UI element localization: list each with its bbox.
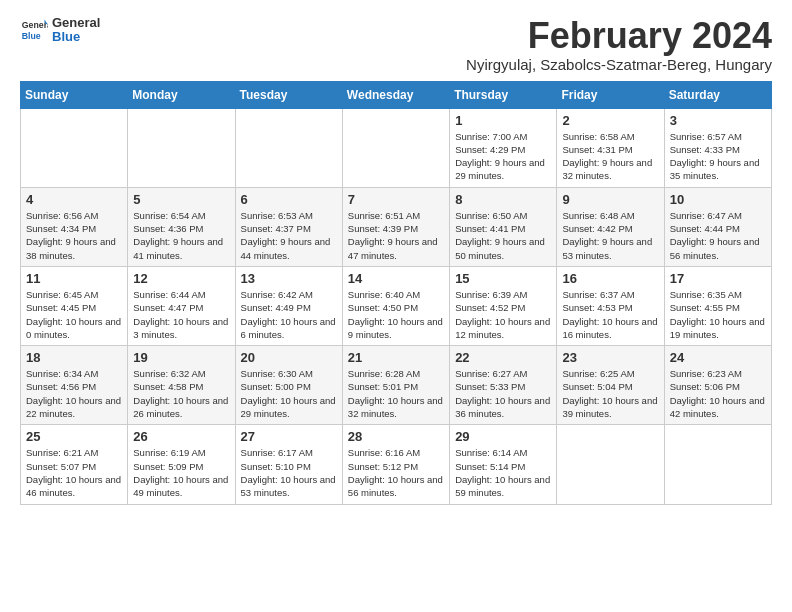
calendar-cell — [21, 108, 128, 187]
day-number: 26 — [133, 429, 229, 444]
calendar-cell: 13Sunrise: 6:42 AM Sunset: 4:49 PM Dayli… — [235, 266, 342, 345]
calendar-cell: 23Sunrise: 6:25 AM Sunset: 5:04 PM Dayli… — [557, 346, 664, 425]
day-info: Sunrise: 6:48 AM Sunset: 4:42 PM Dayligh… — [562, 209, 658, 262]
day-number: 19 — [133, 350, 229, 365]
day-number: 5 — [133, 192, 229, 207]
day-info: Sunrise: 6:51 AM Sunset: 4:39 PM Dayligh… — [348, 209, 444, 262]
calendar-cell: 1Sunrise: 7:00 AM Sunset: 4:29 PM Daylig… — [450, 108, 557, 187]
day-number: 16 — [562, 271, 658, 286]
calendar-cell: 5Sunrise: 6:54 AM Sunset: 4:36 PM Daylig… — [128, 187, 235, 266]
day-number: 7 — [348, 192, 444, 207]
day-info: Sunrise: 6:58 AM Sunset: 4:31 PM Dayligh… — [562, 130, 658, 183]
day-info: Sunrise: 6:50 AM Sunset: 4:41 PM Dayligh… — [455, 209, 551, 262]
day-info: Sunrise: 6:39 AM Sunset: 4:52 PM Dayligh… — [455, 288, 551, 341]
calendar-week-2: 4Sunrise: 6:56 AM Sunset: 4:34 PM Daylig… — [21, 187, 772, 266]
col-saturday: Saturday — [664, 81, 771, 108]
day-number: 10 — [670, 192, 766, 207]
page-header: General Blue General Blue February 2024 … — [20, 16, 772, 73]
col-wednesday: Wednesday — [342, 81, 449, 108]
calendar-cell: 25Sunrise: 6:21 AM Sunset: 5:07 PM Dayli… — [21, 425, 128, 504]
calendar-cell: 6Sunrise: 6:53 AM Sunset: 4:37 PM Daylig… — [235, 187, 342, 266]
day-info: Sunrise: 6:21 AM Sunset: 5:07 PM Dayligh… — [26, 446, 122, 499]
day-info: Sunrise: 6:54 AM Sunset: 4:36 PM Dayligh… — [133, 209, 229, 262]
day-info: Sunrise: 6:57 AM Sunset: 4:33 PM Dayligh… — [670, 130, 766, 183]
logo: General Blue General Blue — [20, 16, 100, 45]
day-info: Sunrise: 6:42 AM Sunset: 4:49 PM Dayligh… — [241, 288, 337, 341]
calendar-cell: 3Sunrise: 6:57 AM Sunset: 4:33 PM Daylig… — [664, 108, 771, 187]
day-number: 27 — [241, 429, 337, 444]
calendar-cell — [342, 108, 449, 187]
calendar-cell: 22Sunrise: 6:27 AM Sunset: 5:33 PM Dayli… — [450, 346, 557, 425]
day-number: 13 — [241, 271, 337, 286]
day-number: 4 — [26, 192, 122, 207]
calendar-cell: 12Sunrise: 6:44 AM Sunset: 4:47 PM Dayli… — [128, 266, 235, 345]
logo-icon: General Blue — [20, 16, 48, 44]
calendar-cell: 14Sunrise: 6:40 AM Sunset: 4:50 PM Dayli… — [342, 266, 449, 345]
calendar-cell: 28Sunrise: 6:16 AM Sunset: 5:12 PM Dayli… — [342, 425, 449, 504]
calendar-cell: 2Sunrise: 6:58 AM Sunset: 4:31 PM Daylig… — [557, 108, 664, 187]
calendar-cell: 26Sunrise: 6:19 AM Sunset: 5:09 PM Dayli… — [128, 425, 235, 504]
day-number: 23 — [562, 350, 658, 365]
day-number: 3 — [670, 113, 766, 128]
day-info: Sunrise: 6:17 AM Sunset: 5:10 PM Dayligh… — [241, 446, 337, 499]
month-title: February 2024 — [466, 16, 772, 56]
logo-blue: Blue — [52, 30, 100, 44]
calendar-cell: 27Sunrise: 6:17 AM Sunset: 5:10 PM Dayli… — [235, 425, 342, 504]
calendar-cell: 10Sunrise: 6:47 AM Sunset: 4:44 PM Dayli… — [664, 187, 771, 266]
calendar-cell: 16Sunrise: 6:37 AM Sunset: 4:53 PM Dayli… — [557, 266, 664, 345]
day-number: 15 — [455, 271, 551, 286]
calendar-cell: 21Sunrise: 6:28 AM Sunset: 5:01 PM Dayli… — [342, 346, 449, 425]
calendar-cell: 9Sunrise: 6:48 AM Sunset: 4:42 PM Daylig… — [557, 187, 664, 266]
day-info: Sunrise: 6:16 AM Sunset: 5:12 PM Dayligh… — [348, 446, 444, 499]
logo-text: General Blue — [52, 16, 100, 45]
day-info: Sunrise: 6:28 AM Sunset: 5:01 PM Dayligh… — [348, 367, 444, 420]
day-number: 21 — [348, 350, 444, 365]
calendar-cell: 15Sunrise: 6:39 AM Sunset: 4:52 PM Dayli… — [450, 266, 557, 345]
day-number: 6 — [241, 192, 337, 207]
calendar-cell: 8Sunrise: 6:50 AM Sunset: 4:41 PM Daylig… — [450, 187, 557, 266]
day-info: Sunrise: 6:14 AM Sunset: 5:14 PM Dayligh… — [455, 446, 551, 499]
calendar-cell: 17Sunrise: 6:35 AM Sunset: 4:55 PM Dayli… — [664, 266, 771, 345]
location-subtitle: Nyirgyulaj, Szabolcs-Szatmar-Bereg, Hung… — [466, 56, 772, 73]
calendar-cell — [235, 108, 342, 187]
calendar-cell: 20Sunrise: 6:30 AM Sunset: 5:00 PM Dayli… — [235, 346, 342, 425]
calendar-cell: 11Sunrise: 6:45 AM Sunset: 4:45 PM Dayli… — [21, 266, 128, 345]
day-number: 1 — [455, 113, 551, 128]
day-info: Sunrise: 6:19 AM Sunset: 5:09 PM Dayligh… — [133, 446, 229, 499]
day-number: 12 — [133, 271, 229, 286]
day-number: 8 — [455, 192, 551, 207]
day-info: Sunrise: 6:23 AM Sunset: 5:06 PM Dayligh… — [670, 367, 766, 420]
day-number: 28 — [348, 429, 444, 444]
svg-text:Blue: Blue — [22, 31, 41, 41]
col-tuesday: Tuesday — [235, 81, 342, 108]
day-number: 20 — [241, 350, 337, 365]
day-info: Sunrise: 6:32 AM Sunset: 4:58 PM Dayligh… — [133, 367, 229, 420]
title-block: February 2024 Nyirgyulaj, Szabolcs-Szatm… — [466, 16, 772, 73]
day-info: Sunrise: 6:53 AM Sunset: 4:37 PM Dayligh… — [241, 209, 337, 262]
calendar-cell — [557, 425, 664, 504]
logo-general: General — [52, 16, 100, 30]
day-info: Sunrise: 6:27 AM Sunset: 5:33 PM Dayligh… — [455, 367, 551, 420]
calendar-week-5: 25Sunrise: 6:21 AM Sunset: 5:07 PM Dayli… — [21, 425, 772, 504]
day-number: 9 — [562, 192, 658, 207]
calendar-cell — [664, 425, 771, 504]
col-thursday: Thursday — [450, 81, 557, 108]
day-info: Sunrise: 6:45 AM Sunset: 4:45 PM Dayligh… — [26, 288, 122, 341]
day-number: 25 — [26, 429, 122, 444]
calendar-week-1: 1Sunrise: 7:00 AM Sunset: 4:29 PM Daylig… — [21, 108, 772, 187]
day-number: 14 — [348, 271, 444, 286]
day-info: Sunrise: 6:34 AM Sunset: 4:56 PM Dayligh… — [26, 367, 122, 420]
calendar-header: Sunday Monday Tuesday Wednesday Thursday… — [21, 81, 772, 108]
calendar-cell: 4Sunrise: 6:56 AM Sunset: 4:34 PM Daylig… — [21, 187, 128, 266]
day-info: Sunrise: 6:25 AM Sunset: 5:04 PM Dayligh… — [562, 367, 658, 420]
calendar-cell — [128, 108, 235, 187]
col-friday: Friday — [557, 81, 664, 108]
calendar-week-3: 11Sunrise: 6:45 AM Sunset: 4:45 PM Dayli… — [21, 266, 772, 345]
day-info: Sunrise: 6:30 AM Sunset: 5:00 PM Dayligh… — [241, 367, 337, 420]
calendar-week-4: 18Sunrise: 6:34 AM Sunset: 4:56 PM Dayli… — [21, 346, 772, 425]
calendar-cell: 19Sunrise: 6:32 AM Sunset: 4:58 PM Dayli… — [128, 346, 235, 425]
day-number: 2 — [562, 113, 658, 128]
col-monday: Monday — [128, 81, 235, 108]
day-number: 11 — [26, 271, 122, 286]
day-info: Sunrise: 6:56 AM Sunset: 4:34 PM Dayligh… — [26, 209, 122, 262]
